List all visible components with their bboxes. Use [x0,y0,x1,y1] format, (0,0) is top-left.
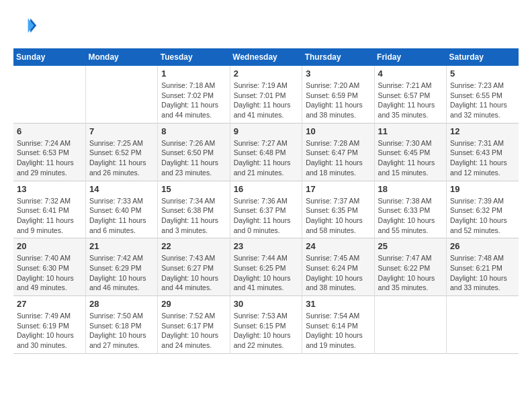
calendar-cell: 10Sunrise: 7:28 AM Sunset: 6:47 PM Dayli… [302,123,374,181]
calendar-row: 6Sunrise: 7:24 AM Sunset: 6:53 PM Daylig… [13,123,519,181]
day-number: 6 [17,126,82,136]
calendar-cell: 7Sunrise: 7:25 AM Sunset: 6:52 PM Daylig… [85,123,157,181]
day-number: 18 [378,184,443,194]
calendar-cell: 19Sunrise: 7:39 AM Sunset: 6:32 PM Dayli… [447,181,519,238]
day-info: Sunrise: 7:44 AM Sunset: 6:25 PM Dayligh… [234,253,298,293]
day-info: Sunrise: 7:49 AM Sunset: 6:19 PM Dayligh… [17,311,82,351]
day-number: 24 [306,241,370,251]
day-info: Sunrise: 7:18 AM Sunset: 7:02 PM Dayligh… [161,81,226,120]
day-number: 29 [161,299,226,309]
calendar-cell [85,66,157,123]
day-info: Sunrise: 7:37 AM Sunset: 6:35 PM Dayligh… [306,196,370,236]
day-info: Sunrise: 7:24 AM Sunset: 6:53 PM Dayligh… [17,138,82,178]
day-info: Sunrise: 7:54 AM Sunset: 6:14 PM Dayligh… [306,311,370,351]
calendar-cell: 9Sunrise: 7:27 AM Sunset: 6:48 PM Daylig… [230,123,302,181]
calendar-cell: 2Sunrise: 7:19 AM Sunset: 7:01 PM Daylig… [230,66,302,123]
calendar-cell: 16Sunrise: 7:36 AM Sunset: 6:37 PM Dayli… [230,181,302,238]
calendar-table: SundayMondayTuesdayWednesdayThursdayFrid… [13,48,519,354]
calendar-cell: 12Sunrise: 7:31 AM Sunset: 6:43 PM Dayli… [447,123,519,181]
day-number: 17 [306,184,370,194]
day-number: 2 [234,68,298,79]
calendar-cell: 31Sunrise: 7:54 AM Sunset: 6:14 PM Dayli… [302,296,374,354]
day-number: 22 [161,241,226,251]
column-header-thursday: Thursday [302,48,374,66]
calendar-cell: 14Sunrise: 7:33 AM Sunset: 6:40 PM Dayli… [85,181,157,238]
calendar-cell: 15Sunrise: 7:34 AM Sunset: 6:38 PM Dayli… [158,181,230,238]
day-info: Sunrise: 7:39 AM Sunset: 6:32 PM Dayligh… [450,196,515,236]
calendar-cell: 20Sunrise: 7:40 AM Sunset: 6:30 PM Dayli… [13,238,85,296]
day-number: 5 [450,68,515,79]
day-number: 21 [89,241,154,251]
day-info: Sunrise: 7:26 AM Sunset: 6:50 PM Dayligh… [161,138,226,178]
day-info: Sunrise: 7:27 AM Sunset: 6:48 PM Dayligh… [234,138,298,178]
day-number: 31 [306,299,370,309]
column-header-wednesday: Wednesday [230,48,302,66]
day-number: 4 [378,68,443,79]
column-header-friday: Friday [374,48,446,66]
column-header-monday: Monday [85,48,157,66]
calendar-cell: 3Sunrise: 7:20 AM Sunset: 6:59 PM Daylig… [302,66,374,123]
calendar-cell: 21Sunrise: 7:42 AM Sunset: 6:29 PM Dayli… [85,238,157,296]
day-number: 10 [306,126,370,136]
calendar-cell: 18Sunrise: 7:38 AM Sunset: 6:33 PM Dayli… [374,181,446,238]
day-number: 30 [234,299,298,309]
day-info: Sunrise: 7:43 AM Sunset: 6:27 PM Dayligh… [161,253,226,293]
logo [13,13,40,38]
calendar-cell: 6Sunrise: 7:24 AM Sunset: 6:53 PM Daylig… [13,123,85,181]
day-info: Sunrise: 7:40 AM Sunset: 6:30 PM Dayligh… [17,253,82,293]
calendar-cell: 5Sunrise: 7:23 AM Sunset: 6:55 PM Daylig… [447,66,519,123]
day-info: Sunrise: 7:31 AM Sunset: 6:43 PM Dayligh… [450,138,515,178]
day-number: 9 [234,126,298,136]
calendar-cell: 30Sunrise: 7:53 AM Sunset: 6:15 PM Dayli… [230,296,302,354]
day-info: Sunrise: 7:47 AM Sunset: 6:22 PM Dayligh… [378,253,443,293]
calendar-cell: 25Sunrise: 7:47 AM Sunset: 6:22 PM Dayli… [374,238,446,296]
day-number: 12 [450,126,515,136]
calendar-cell: 28Sunrise: 7:50 AM Sunset: 6:18 PM Dayli… [85,296,157,354]
calendar-row: 20Sunrise: 7:40 AM Sunset: 6:30 PM Dayli… [13,238,519,296]
day-number: 28 [89,299,154,309]
day-info: Sunrise: 7:53 AM Sunset: 6:15 PM Dayligh… [234,311,298,351]
day-number: 14 [89,184,154,194]
day-number: 27 [17,299,82,309]
day-info: Sunrise: 7:34 AM Sunset: 6:38 PM Dayligh… [161,196,226,236]
day-number: 25 [378,241,443,251]
day-info: Sunrise: 7:36 AM Sunset: 6:37 PM Dayligh… [234,196,298,236]
day-info: Sunrise: 7:42 AM Sunset: 6:29 PM Dayligh… [89,253,154,293]
calendar-cell: 27Sunrise: 7:49 AM Sunset: 6:19 PM Dayli… [13,296,85,354]
calendar-cell [374,296,446,354]
calendar-row: 1Sunrise: 7:18 AM Sunset: 7:02 PM Daylig… [13,66,519,123]
day-info: Sunrise: 7:48 AM Sunset: 6:21 PM Dayligh… [450,253,515,293]
day-info: Sunrise: 7:50 AM Sunset: 6:18 PM Dayligh… [89,311,154,351]
day-info: Sunrise: 7:25 AM Sunset: 6:52 PM Dayligh… [89,138,154,178]
day-info: Sunrise: 7:21 AM Sunset: 6:57 PM Dayligh… [378,81,443,120]
day-number: 3 [306,68,370,79]
day-info: Sunrise: 7:19 AM Sunset: 7:01 PM Dayligh… [234,81,298,120]
calendar-cell [13,66,85,123]
day-number: 11 [378,126,443,136]
day-number: 13 [17,184,82,194]
calendar-row: 13Sunrise: 7:32 AM Sunset: 6:41 PM Dayli… [13,181,519,238]
day-number: 20 [17,241,82,251]
day-info: Sunrise: 7:33 AM Sunset: 6:40 PM Dayligh… [89,196,154,236]
header-row: SundayMondayTuesdayWednesdayThursdayFrid… [13,48,519,66]
column-header-tuesday: Tuesday [158,48,230,66]
calendar-cell [447,296,519,354]
calendar-cell: 8Sunrise: 7:26 AM Sunset: 6:50 PM Daylig… [158,123,230,181]
calendar-cell: 26Sunrise: 7:48 AM Sunset: 6:21 PM Dayli… [447,238,519,296]
calendar-cell: 24Sunrise: 7:45 AM Sunset: 6:24 PM Dayli… [302,238,374,296]
day-info: Sunrise: 7:20 AM Sunset: 6:59 PM Dayligh… [306,81,370,120]
calendar-row: 27Sunrise: 7:49 AM Sunset: 6:19 PM Dayli… [13,296,519,354]
calendar-cell: 23Sunrise: 7:44 AM Sunset: 6:25 PM Dayli… [230,238,302,296]
day-number: 19 [450,184,515,194]
day-number: 16 [234,184,298,194]
day-info: Sunrise: 7:28 AM Sunset: 6:47 PM Dayligh… [306,138,370,178]
calendar-cell: 1Sunrise: 7:18 AM Sunset: 7:02 PM Daylig… [158,66,230,123]
page-header [13,13,519,38]
day-info: Sunrise: 7:38 AM Sunset: 6:33 PM Dayligh… [378,196,443,236]
calendar-cell: 11Sunrise: 7:30 AM Sunset: 6:45 PM Dayli… [374,123,446,181]
day-number: 8 [161,126,226,136]
day-number: 15 [161,184,226,194]
calendar-cell: 13Sunrise: 7:32 AM Sunset: 6:41 PM Dayli… [13,181,85,238]
day-info: Sunrise: 7:45 AM Sunset: 6:24 PM Dayligh… [306,253,370,293]
day-number: 26 [450,241,515,251]
